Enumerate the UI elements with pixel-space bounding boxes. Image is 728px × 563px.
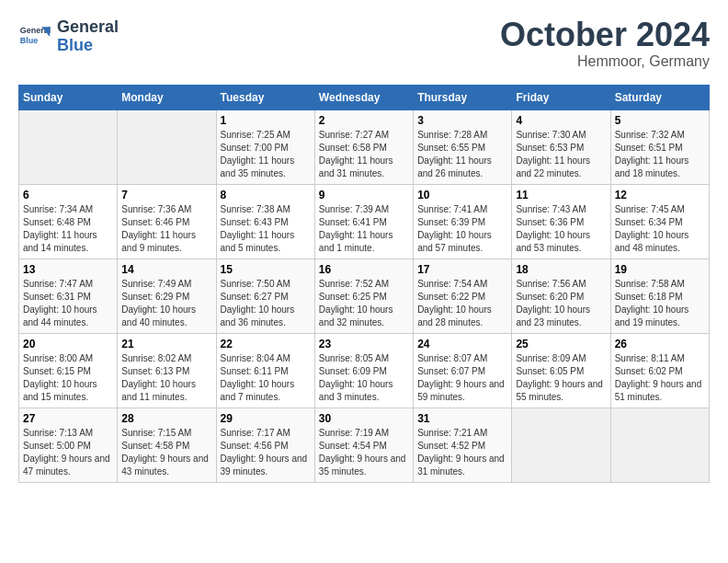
- calendar-cell: 14Sunrise: 7:49 AMSunset: 6:29 PMDayligh…: [118, 259, 216, 334]
- calendar-header: SundayMondayTuesdayWednesdayThursdayFrid…: [19, 86, 710, 110]
- calendar-cell: 29Sunrise: 7:17 AMSunset: 4:56 PMDayligh…: [216, 408, 314, 483]
- day-info: Sunrise: 7:39 AMSunset: 6:41 PMDaylight:…: [319, 203, 409, 255]
- weekday-header-sunday: Sunday: [19, 86, 118, 110]
- day-info: Sunrise: 7:54 AMSunset: 6:22 PMDaylight:…: [417, 278, 507, 329]
- calendar-cell: [512, 408, 610, 483]
- logo-text: General Blue: [57, 18, 119, 55]
- day-number: 22: [221, 338, 311, 350]
- calendar-cell: 7Sunrise: 7:36 AMSunset: 6:46 PMDaylight…: [118, 185, 216, 259]
- calendar-cell: 6Sunrise: 7:34 AMSunset: 6:48 PMDaylight…: [19, 185, 118, 259]
- day-number: 17: [417, 263, 507, 276]
- title-block: October 2024 Hemmoor, Germany: [500, 18, 710, 70]
- day-info: Sunrise: 7:15 AMSunset: 4:58 PMDaylight:…: [121, 427, 211, 478]
- day-info: Sunrise: 7:56 AMSunset: 6:20 PMDaylight:…: [516, 278, 606, 329]
- day-number: 18: [516, 263, 606, 276]
- calendar-cell: 20Sunrise: 8:00 AMSunset: 6:15 PMDayligh…: [19, 334, 118, 408]
- weekday-header-thursday: Thursday: [414, 86, 512, 110]
- day-info: Sunrise: 7:25 AMSunset: 7:00 PMDaylight:…: [221, 129, 311, 180]
- calendar-cell: 31Sunrise: 7:21 AMSunset: 4:52 PMDayligh…: [414, 408, 512, 483]
- calendar-cell: 24Sunrise: 8:07 AMSunset: 6:07 PMDayligh…: [414, 334, 512, 408]
- calendar-cell: [610, 408, 709, 483]
- day-number: 5: [615, 114, 705, 127]
- day-number: 23: [319, 338, 409, 350]
- location-title: Hemmoor, Germany: [500, 53, 710, 70]
- day-info: Sunrise: 7:30 AMSunset: 6:53 PMDaylight:…: [516, 129, 606, 180]
- calendar-cell: 9Sunrise: 7:39 AMSunset: 6:41 PMDaylight…: [314, 185, 413, 259]
- logo-icon: General Blue: [18, 20, 51, 53]
- day-info: Sunrise: 7:41 AMSunset: 6:39 PMDaylight:…: [417, 203, 507, 255]
- day-info: Sunrise: 8:09 AMSunset: 6:05 PMDaylight:…: [516, 352, 606, 404]
- day-info: Sunrise: 7:43 AMSunset: 6:36 PMDaylight:…: [516, 203, 606, 255]
- svg-text:Blue: Blue: [20, 36, 39, 45]
- day-info: Sunrise: 7:36 AMSunset: 6:46 PMDaylight:…: [121, 203, 211, 255]
- page-header: General Blue General Blue October 2024 H…: [18, 18, 710, 70]
- calendar-cell: 5Sunrise: 7:32 AMSunset: 6:51 PMDaylight…: [610, 110, 709, 185]
- day-info: Sunrise: 7:13 AMSunset: 5:00 PMDaylight:…: [23, 427, 113, 478]
- day-number: 20: [23, 338, 113, 350]
- calendar-cell: 21Sunrise: 8:02 AMSunset: 6:13 PMDayligh…: [118, 334, 216, 408]
- calendar-cell: 19Sunrise: 7:58 AMSunset: 6:18 PMDayligh…: [610, 259, 709, 334]
- calendar-body: 1Sunrise: 7:25 AMSunset: 7:00 PMDaylight…: [19, 110, 710, 483]
- day-number: 7: [121, 189, 211, 201]
- calendar-cell: 1Sunrise: 7:25 AMSunset: 7:00 PMDaylight…: [216, 110, 314, 185]
- month-title: October 2024: [500, 18, 710, 52]
- calendar-cell: 13Sunrise: 7:47 AMSunset: 6:31 PMDayligh…: [19, 259, 118, 334]
- calendar-cell: 18Sunrise: 7:56 AMSunset: 6:20 PMDayligh…: [512, 259, 610, 334]
- day-info: Sunrise: 7:28 AMSunset: 6:55 PMDaylight:…: [417, 129, 507, 180]
- day-number: 24: [417, 338, 507, 350]
- day-info: Sunrise: 7:38 AMSunset: 6:43 PMDaylight:…: [221, 203, 311, 255]
- day-info: Sunrise: 7:58 AMSunset: 6:18 PMDaylight:…: [615, 278, 705, 329]
- calendar-cell: 17Sunrise: 7:54 AMSunset: 6:22 PMDayligh…: [414, 259, 512, 334]
- calendar-cell: 11Sunrise: 7:43 AMSunset: 6:36 PMDayligh…: [512, 185, 610, 259]
- day-info: Sunrise: 7:50 AMSunset: 6:27 PMDaylight:…: [221, 278, 311, 329]
- day-info: Sunrise: 7:52 AMSunset: 6:25 PMDaylight:…: [319, 278, 409, 329]
- day-info: Sunrise: 7:19 AMSunset: 4:54 PMDaylight:…: [319, 427, 409, 478]
- day-info: Sunrise: 7:34 AMSunset: 6:48 PMDaylight:…: [23, 203, 113, 255]
- day-number: 15: [221, 263, 311, 276]
- day-number: 28: [121, 412, 211, 425]
- logo: General Blue General Blue: [18, 18, 119, 55]
- calendar-row-4: 27Sunrise: 7:13 AMSunset: 5:00 PMDayligh…: [19, 408, 710, 483]
- day-number: 8: [221, 189, 311, 201]
- day-info: Sunrise: 7:45 AMSunset: 6:34 PMDaylight:…: [615, 203, 705, 255]
- day-number: 6: [23, 189, 113, 201]
- calendar-row-1: 6Sunrise: 7:34 AMSunset: 6:48 PMDaylight…: [19, 185, 710, 259]
- calendar-cell: 26Sunrise: 8:11 AMSunset: 6:02 PMDayligh…: [610, 334, 709, 408]
- calendar-cell: 10Sunrise: 7:41 AMSunset: 6:39 PMDayligh…: [414, 185, 512, 259]
- calendar-cell: 4Sunrise: 7:30 AMSunset: 6:53 PMDaylight…: [512, 110, 610, 185]
- calendar-table: SundayMondayTuesdayWednesdayThursdayFrid…: [18, 85, 710, 483]
- calendar-cell: 25Sunrise: 8:09 AMSunset: 6:05 PMDayligh…: [512, 334, 610, 408]
- day-number: 21: [121, 338, 211, 350]
- calendar-cell: 8Sunrise: 7:38 AMSunset: 6:43 PMDaylight…: [216, 185, 314, 259]
- day-number: 14: [121, 263, 211, 276]
- day-number: 30: [319, 412, 409, 425]
- day-info: Sunrise: 7:17 AMSunset: 4:56 PMDaylight:…: [221, 427, 311, 478]
- calendar-cell: [118, 110, 216, 185]
- day-number: 10: [417, 189, 507, 201]
- weekday-header-wednesday: Wednesday: [314, 86, 413, 110]
- calendar-cell: 30Sunrise: 7:19 AMSunset: 4:54 PMDayligh…: [314, 408, 413, 483]
- day-info: Sunrise: 7:32 AMSunset: 6:51 PMDaylight:…: [615, 129, 705, 180]
- day-info: Sunrise: 7:47 AMSunset: 6:31 PMDaylight:…: [23, 278, 113, 329]
- day-number: 2: [319, 114, 409, 127]
- calendar-cell: 3Sunrise: 7:28 AMSunset: 6:55 PMDaylight…: [414, 110, 512, 185]
- day-number: 16: [319, 263, 409, 276]
- day-info: Sunrise: 8:02 AMSunset: 6:13 PMDaylight:…: [121, 352, 211, 404]
- calendar-row-0: 1Sunrise: 7:25 AMSunset: 7:00 PMDaylight…: [19, 110, 710, 185]
- day-number: 9: [319, 189, 409, 201]
- day-number: 11: [516, 189, 606, 201]
- calendar-cell: 28Sunrise: 7:15 AMSunset: 4:58 PMDayligh…: [118, 408, 216, 483]
- day-info: Sunrise: 8:11 AMSunset: 6:02 PMDaylight:…: [615, 352, 705, 404]
- day-info: Sunrise: 8:05 AMSunset: 6:09 PMDaylight:…: [319, 352, 409, 404]
- calendar-row-3: 20Sunrise: 8:00 AMSunset: 6:15 PMDayligh…: [19, 334, 710, 408]
- day-number: 27: [23, 412, 113, 425]
- weekday-header-saturday: Saturday: [610, 86, 709, 110]
- calendar-cell: 16Sunrise: 7:52 AMSunset: 6:25 PMDayligh…: [314, 259, 413, 334]
- day-info: Sunrise: 7:27 AMSunset: 6:58 PMDaylight:…: [319, 129, 409, 180]
- day-info: Sunrise: 7:21 AMSunset: 4:52 PMDaylight:…: [417, 427, 507, 478]
- day-number: 29: [221, 412, 311, 425]
- day-info: Sunrise: 7:49 AMSunset: 6:29 PMDaylight:…: [121, 278, 211, 329]
- weekday-header-tuesday: Tuesday: [216, 86, 314, 110]
- day-number: 4: [516, 114, 606, 127]
- calendar-cell: 27Sunrise: 7:13 AMSunset: 5:00 PMDayligh…: [19, 408, 118, 483]
